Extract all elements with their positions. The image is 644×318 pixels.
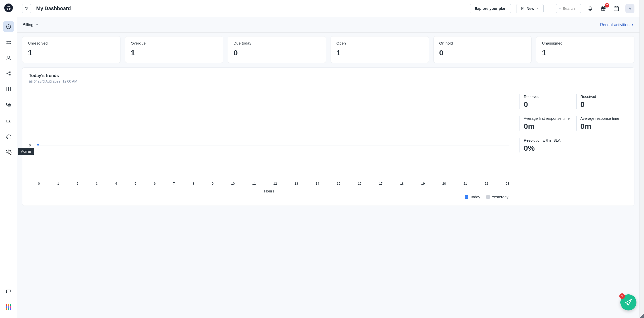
svg-rect-5 [6, 103, 10, 105]
sidebar-item-support[interactable] [3, 130, 14, 141]
calendar-icon [613, 6, 619, 12]
svg-point-1 [8, 56, 9, 58]
kpi-value: 1 [131, 49, 218, 57]
kpi-card-on-hold[interactable]: On hold0 [433, 36, 532, 63]
legend-today: Today [465, 195, 480, 199]
metric-sla: Resolution within SLA0% [519, 138, 573, 152]
metric-response-time: Average response time0m [576, 116, 628, 131]
gear-icon [6, 149, 11, 154]
filter-button[interactable] [22, 4, 31, 13]
trends-body: 0 01234567891011121314151617181920212223… [29, 94, 628, 199]
user-icon [6, 55, 11, 61]
kpi-card-unassigned[interactable]: Unassigned1 [536, 36, 634, 63]
metrics-column: Resolved0 Received0 Average first respon… [519, 94, 628, 199]
chevron-down-icon [35, 23, 38, 26]
legend-yesterday: Yesterday [486, 195, 508, 199]
new-button[interactable]: New [516, 4, 544, 13]
chart-area: 0 01234567891011121314151617181920212223… [29, 94, 509, 199]
sidebar-item-knowledge[interactable] [3, 84, 14, 95]
sidebar-item-social[interactable] [3, 68, 14, 79]
sidebar: Admin [0, 0, 17, 318]
chart-plot: 0 [29, 94, 509, 179]
svg-point-7 [8, 151, 9, 152]
kpi-label: Unresolved [28, 41, 115, 46]
sidebar-item-dashboard[interactable] [3, 21, 14, 32]
search-icon [559, 7, 561, 11]
sidebar-item-tickets[interactable] [3, 37, 14, 48]
main: My Dashboard Explore your plan New 7 A B… [17, 0, 639, 318]
chart-legend: Today Yesterday [29, 195, 509, 199]
sidebar-item-contacts[interactable] [3, 52, 14, 63]
search-box[interactable] [556, 4, 581, 13]
trends-subtitle: as of 23rd Aug 2022, 12:00 AM [29, 79, 628, 83]
kpi-label: Due today [233, 41, 320, 46]
resize-handle[interactable] [639, 313, 644, 318]
topbar: My Dashboard Explore your plan New 7 A [17, 0, 639, 17]
gauge-icon [6, 24, 11, 29]
content: Unresolved1 Overdue1 Due today0 Open1 On… [17, 33, 639, 318]
svg-rect-12 [614, 7, 619, 11]
sidebar-item-messages[interactable] [3, 99, 14, 110]
message-icon [6, 289, 11, 294]
kpi-value: 1 [28, 49, 115, 57]
headset-icon [6, 5, 11, 10]
share-nodes-icon [6, 71, 11, 76]
gift-badge: 7 [605, 3, 609, 8]
sidebar-bottom [3, 286, 14, 318]
group-select[interactable]: Billing [23, 23, 38, 27]
sidebar-item-apps[interactable] [3, 301, 14, 312]
sidebar-item-admin[interactable]: Admin [3, 146, 14, 157]
ticket-icon [6, 39, 11, 45]
chat-bubble-icon [6, 133, 11, 139]
recent-activities-label: Recent activities [600, 23, 630, 27]
metric-received: Received0 [576, 94, 628, 109]
kpi-label: On hold [439, 41, 526, 46]
kpi-value: 1 [542, 49, 629, 57]
tooltip: Admin [18, 148, 34, 155]
kpi-label: Open [336, 41, 423, 46]
divider [550, 5, 550, 12]
svg-point-4 [9, 74, 10, 75]
metric-first-response: Average first response time0m [519, 116, 571, 131]
bell-icon [587, 6, 593, 11]
search-input[interactable] [563, 6, 578, 11]
plus-icon [521, 7, 525, 10]
new-button-label: New [527, 6, 534, 11]
explore-plan-button[interactable]: Explore your plan [470, 4, 511, 13]
avatar[interactable]: A [625, 4, 634, 13]
chat-icon [6, 102, 11, 107]
notifications-button[interactable] [586, 5, 594, 13]
metric-resolved: Resolved0 [519, 94, 571, 109]
trends-panel: Today's trends as of 23rd Aug 2022, 12:0… [22, 67, 634, 206]
chart-xlabel: Hours [29, 189, 509, 193]
svg-point-3 [9, 72, 10, 73]
chart-data-point [37, 144, 39, 146]
chat-fab[interactable]: 1 [620, 294, 636, 310]
group-select-label: Billing [23, 23, 33, 27]
kpi-value: 0 [233, 49, 320, 57]
trends-header: Today's trends as of 23rd Aug 2022, 12:0… [29, 73, 628, 83]
availability-button[interactable] [612, 5, 620, 13]
chevron-right-icon [631, 23, 634, 26]
kpi-card-unresolved[interactable]: Unresolved1 [22, 36, 120, 63]
scrollbar[interactable] [639, 0, 644, 318]
bar-chart-icon [6, 117, 11, 123]
apps-grid-icon [6, 304, 11, 310]
sidebar-nav: Admin [3, 21, 14, 157]
kpi-card-due-today[interactable]: Due today0 [228, 36, 326, 63]
page-title: My Dashboard [36, 6, 71, 11]
sidebar-item-help[interactable] [3, 286, 14, 297]
chart-xticks: 01234567891011121314151617181920212223 [29, 179, 509, 187]
chart-ytick: 0 [29, 143, 31, 147]
app-logo[interactable] [4, 4, 13, 12]
svg-point-9 [559, 8, 560, 9]
recent-activities-link[interactable]: Recent activities [600, 23, 634, 27]
kpi-label: Unassigned [542, 41, 629, 46]
kpi-card-open[interactable]: Open1 [331, 36, 429, 63]
kpi-label: Overdue [131, 41, 218, 46]
trends-title: Today's trends [29, 73, 628, 78]
kpi-value: 0 [439, 49, 526, 57]
sidebar-item-reports[interactable] [3, 115, 14, 126]
whats-new-button[interactable]: 7 [599, 5, 607, 13]
kpi-card-overdue[interactable]: Overdue1 [125, 36, 223, 63]
